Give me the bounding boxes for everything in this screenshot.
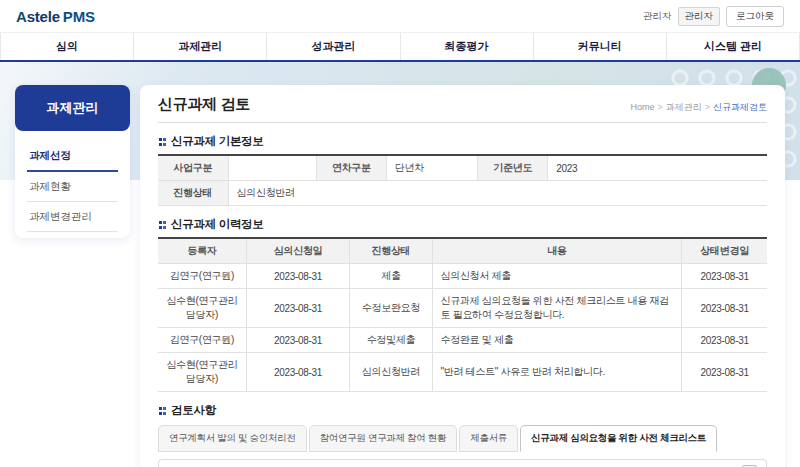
table-row: 김연구(연구원) 2023-08-31 제출 심의신청서 제출 2023-08-… <box>158 264 767 289</box>
breadcrumb-current: 신규과제검토 <box>713 102 767 112</box>
breadcrumb-separator: > <box>657 102 662 112</box>
cell-request-date: 2023-08-31 <box>246 289 350 328</box>
cell-status: 제출 <box>350 264 432 289</box>
logout-button[interactable]: 로그아웃 <box>726 6 784 27</box>
basic-info-table: 사업구분 연차구분 단년차 기준년도 2023 진행상태 심의신청반려 <box>158 154 767 206</box>
col-change-date: 상태변경일 <box>682 238 767 264</box>
business-type-value <box>228 155 316 181</box>
breadcrumb-separator: > <box>705 102 710 112</box>
col-content: 내용 <box>432 238 682 264</box>
tab-pre-checklist[interactable]: 신규과제 심의요청을 위한 사전 체크리스트 <box>520 425 717 452</box>
cell-change-date: 2023-08-31 <box>682 264 767 289</box>
cell-request-date: 2023-08-31 <box>246 328 350 353</box>
cell-content: 심의신청서 제출 <box>432 264 682 289</box>
page-title: 신규과제 검토 <box>158 95 250 114</box>
nav-item-system-mgmt[interactable]: 시스템 관리 <box>666 33 800 60</box>
user-label: 관리자 <box>643 10 672 23</box>
section-bullet-icon <box>159 221 162 224</box>
content-wrapper: 과제관리 과제선정 과제현황 과제변경관리 신규과제 검토 Home>과제관리>… <box>0 62 800 467</box>
table-row: 심수현(연구관리담당자) 2023-08-31 수정보완요청 신규과제 심의요청… <box>158 289 767 328</box>
history-title: 신규과제 이력정보 <box>171 217 264 232</box>
cell-status: 수정보완요청 <box>350 289 432 328</box>
cell-content: 수정완료 및 제출 <box>432 328 682 353</box>
app-logo[interactable]: AstelePMS <box>16 8 95 25</box>
nav-item-final-eval[interactable]: 최종평가 <box>400 33 533 60</box>
top-header: AstelePMS 관리자 관리자 로그아웃 <box>0 0 800 32</box>
review-tabs: 연구계획서 발의 및 승인처리전 참여연구원 연구과제 참여 현황 제출서류 신… <box>158 425 767 452</box>
table-row: 심수현(연구관리담당자) 2023-08-31 심의신청반려 "반려 테스트" … <box>158 353 767 392</box>
breadcrumb-home[interactable]: Home <box>630 102 654 112</box>
year-type-value: 단년차 <box>386 155 477 181</box>
basic-info-title: 신규과제 기본정보 <box>171 134 264 149</box>
history-section-header: 신규과제 이력정보 <box>158 217 767 232</box>
breadcrumb: Home>과제관리>신규과제검토 <box>630 101 767 114</box>
base-year-label: 기준년도 <box>478 155 548 181</box>
col-request-date: 심의신청일 <box>246 238 350 264</box>
cell-status: 심의신청반려 <box>350 353 432 392</box>
main-nav: 심의 과제관리 성과관리 최종평가 커뮤니티 시스템 관리 <box>0 32 800 62</box>
cell-change-date: 2023-08-31 <box>682 289 767 328</box>
sidebar-item-project-change[interactable]: 과제변경관리 <box>27 202 118 232</box>
checklist-panel: 체크리스트 − 당해연도 총 연구기간 3 총 연구비 (단위: 천원) 80,… <box>158 459 767 467</box>
status-value: 심의신청반려 <box>228 181 767 206</box>
cell-change-date: 2023-08-31 <box>682 328 767 353</box>
review-title: 검토사항 <box>171 403 216 418</box>
cell-registrant: 심수현(연구관리담당자) <box>158 289 246 328</box>
cell-registrant: 김연구(연구원) <box>158 264 246 289</box>
cell-registrant: 심수현(연구관리담당자) <box>158 353 246 392</box>
tab-submitted-docs[interactable]: 제출서류 <box>459 425 518 452</box>
sidebar-item-project-status[interactable]: 과제현황 <box>27 172 118 202</box>
status-label: 진행상태 <box>158 181 228 206</box>
nav-item-community[interactable]: 커뮤니티 <box>533 33 666 60</box>
nav-item-performance[interactable]: 성과관리 <box>266 33 399 60</box>
nav-item-deliberation[interactable]: 심의 <box>0 33 133 60</box>
sidebar-title: 과제관리 <box>15 85 130 131</box>
cell-request-date: 2023-08-31 <box>246 353 350 392</box>
cell-status: 수정및제출 <box>350 328 432 353</box>
business-type-label: 사업구분 <box>158 155 228 181</box>
table-row: 김연구(연구원) 2023-08-31 수정및제출 수정완료 및 제출 2023… <box>158 328 767 353</box>
history-table: 등록자 심의신청일 진행상태 내용 상태변경일 김연구(연구원) 2023-08… <box>158 237 767 392</box>
checklist-panel-header: 체크리스트 − <box>159 460 766 467</box>
cell-request-date: 2023-08-31 <box>246 264 350 289</box>
section-bullet-icon <box>159 138 162 141</box>
title-row: 신규과제 검토 Home>과제관리>신규과제검토 <box>158 95 767 123</box>
page-body: 과제관리 과제선정 과제현황 과제변경관리 신규과제 검토 Home>과제관리>… <box>0 62 800 467</box>
cell-content: 신규과제 심의요청을 위한 사전 체크리스트 내용 재검토 필요하여 수정요청합… <box>432 289 682 328</box>
sidebar: 과제관리 과제선정 과제현황 과제변경관리 <box>15 85 130 238</box>
sidebar-item-project-selection[interactable]: 과제선정 <box>27 141 118 172</box>
breadcrumb-project-mgmt[interactable]: 과제관리 <box>666 102 702 112</box>
base-year-value: 2023 <box>548 155 767 181</box>
tab-participation-status[interactable]: 참여연구원 연구과제 참여 현황 <box>309 425 458 452</box>
user-role-badge[interactable]: 관리자 <box>678 7 721 26</box>
main-content-card: 신규과제 검토 Home>과제관리>신규과제검토 신규과제 기본정보 사업구분 … <box>140 85 785 467</box>
col-status: 진행상태 <box>350 238 432 264</box>
sidebar-menu: 과제선정 과제현황 과제변경관리 <box>15 131 130 238</box>
history-header-row: 등록자 심의신청일 진행상태 내용 상태변경일 <box>158 238 767 264</box>
logo-star-icon: A <box>16 8 27 25</box>
user-area: 관리자 관리자 로그아웃 <box>643 6 784 27</box>
year-type-label: 연차구분 <box>316 155 386 181</box>
review-section-header: 검토사항 <box>158 403 767 418</box>
nav-item-project-mgmt[interactable]: 과제관리 <box>133 33 266 60</box>
section-bullet-icon <box>159 407 162 410</box>
cell-registrant: 김연구(연구원) <box>158 328 246 353</box>
cell-change-date: 2023-08-31 <box>682 353 767 392</box>
cell-content: "반려 테스트" 사유로 반려 처리합니다. <box>432 353 682 392</box>
basic-info-section-header: 신규과제 기본정보 <box>158 134 767 149</box>
col-registrant: 등록자 <box>158 238 246 264</box>
logo-pms-text: PMS <box>63 8 95 25</box>
tab-research-plan[interactable]: 연구계획서 발의 및 승인처리전 <box>158 425 307 452</box>
logo-text: stele <box>27 8 60 25</box>
